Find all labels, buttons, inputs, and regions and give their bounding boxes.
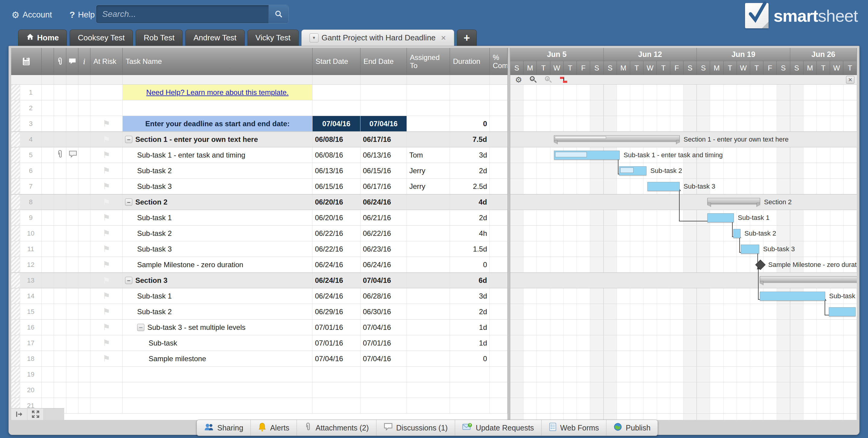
discussion-cell[interactable] — [66, 163, 79, 178]
start-date-cell[interactable]: 06/13/16 — [313, 163, 361, 178]
task-name-cell[interactable]: Sample milestone — [123, 351, 313, 366]
critical-path-icon[interactable] — [560, 76, 568, 83]
row-drag-handle[interactable] — [11, 100, 20, 116]
task-name-cell[interactable]: Sub-task — [123, 335, 313, 351]
flag-icon[interactable]: ⚑ — [102, 150, 110, 160]
info-cell[interactable] — [79, 100, 90, 116]
attachment-cell[interactable] — [54, 304, 66, 319]
row-number-cell[interactable]: 10 — [11, 226, 41, 241]
pct-complete-cell[interactable] — [490, 226, 507, 241]
assigned-to-cell[interactable] — [407, 382, 450, 398]
lock-cell[interactable] — [41, 257, 54, 272]
search-input[interactable] — [96, 5, 269, 23]
start-date-cell[interactable]: 06/22/16 — [313, 241, 361, 257]
lock-cell[interactable] — [41, 116, 54, 131]
discussion-cell[interactable] — [66, 304, 79, 319]
end-date-cell[interactable]: 07/04/16 — [361, 351, 407, 366]
row-number-cell[interactable]: 1 — [11, 85, 41, 100]
duration-cell[interactable]: 3d — [450, 288, 490, 304]
row-drag-handle[interactable] — [11, 382, 20, 398]
duration-cell[interactable] — [450, 367, 490, 382]
start-date-cell[interactable]: 07/04/16 — [313, 116, 361, 131]
assigned-to-cell[interactable] — [407, 398, 450, 413]
at-risk-cell[interactable]: ⚑ — [90, 195, 123, 210]
discussion-cell[interactable] — [66, 147, 79, 163]
lock-cell[interactable] — [41, 288, 54, 304]
lock-cell[interactable] — [41, 147, 54, 163]
duration-cell[interactable]: 2.5d — [450, 179, 490, 194]
info-cell[interactable] — [79, 116, 90, 131]
end-date-cell[interactable] — [361, 398, 407, 413]
close-gantt-button[interactable]: ✕ — [846, 76, 855, 84]
lock-cell[interactable] — [41, 195, 54, 210]
lock-cell[interactable] — [41, 304, 54, 319]
pct-complete-cell[interactable] — [490, 273, 507, 288]
info-cell[interactable] — [79, 241, 90, 257]
end-date-cell[interactable] — [361, 100, 407, 116]
at-risk-cell[interactable] — [90, 367, 123, 382]
pct-complete-column-header[interactable]: % Complete — [490, 48, 507, 75]
attachment-cell[interactable] — [54, 226, 66, 241]
pct-complete-cell[interactable] — [490, 304, 507, 319]
at-risk-cell[interactable]: ⚑ — [90, 226, 123, 241]
flag-icon[interactable]: ⚑ — [102, 213, 110, 223]
gantt-settings-gear-icon[interactable]: ⚙ — [515, 76, 522, 84]
info-cell[interactable] — [79, 288, 90, 304]
assigned-to-cell[interactable] — [407, 273, 450, 288]
row-menu-header[interactable] — [11, 48, 41, 75]
flag-icon[interactable]: ⚑ — [102, 322, 110, 332]
duration-cell[interactable]: 3d — [450, 147, 490, 163]
start-date-cell[interactable] — [313, 382, 361, 398]
at-risk-cell[interactable] — [90, 100, 123, 116]
row-drag-handle[interactable] — [11, 241, 20, 257]
attachment-cell[interactable] — [54, 116, 66, 131]
gantt-task-bar[interactable] — [707, 213, 734, 222]
row-number-cell[interactable]: 4 — [11, 132, 41, 147]
gantt-task-bar[interactable] — [760, 292, 825, 301]
row-drag-handle[interactable] — [11, 226, 20, 241]
row-number-cell[interactable]: 3 — [11, 116, 41, 131]
task-name-cell[interactable]: Sample Milestone - zero duration — [123, 257, 313, 272]
pct-complete-cell[interactable] — [490, 116, 507, 131]
row-drag-handle[interactable] — [11, 288, 20, 304]
at-risk-cell[interactable]: ⚑ — [90, 147, 123, 163]
row-drag-handle[interactable] — [11, 179, 20, 194]
task-name-cell[interactable]: Sub-task 2 — [123, 163, 313, 178]
row-number-cell[interactable]: 5 — [11, 147, 41, 163]
assigned-to-cell[interactable] — [407, 319, 450, 335]
info-cell[interactable] — [79, 351, 90, 366]
pct-complete-cell[interactable] — [490, 382, 507, 398]
start-date-cell[interactable]: 06/22/16 — [313, 226, 361, 241]
lock-cell[interactable] — [41, 100, 54, 116]
gantt-task-bar[interactable] — [829, 307, 856, 316]
row-number-cell[interactable]: 13 — [11, 273, 41, 288]
at-risk-cell[interactable]: ⚑ — [90, 351, 123, 366]
pct-complete-cell[interactable] — [490, 100, 507, 116]
pct-complete-cell[interactable] — [490, 351, 507, 366]
row-number-cell[interactable]: 9 — [11, 210, 41, 225]
start-date-cell[interactable] — [313, 85, 361, 100]
help-template-link[interactable]: Need Help? Learn more about this templat… — [146, 88, 288, 97]
flag-icon[interactable]: ⚑ — [102, 353, 110, 364]
assigned-to-column-header[interactable]: Assigned To — [407, 48, 450, 75]
start-date-cell[interactable]: 07/01/16 — [313, 335, 361, 351]
tab-cooksey-test[interactable]: Cooksey Test — [70, 30, 133, 46]
attachment-column-header[interactable] — [54, 48, 66, 75]
attachment-cell[interactable] — [54, 163, 66, 178]
pct-complete-cell[interactable] — [490, 179, 507, 194]
row-drag-handle[interactable] — [11, 304, 20, 319]
assigned-to-cell[interactable]: Jerry — [407, 179, 450, 194]
pct-complete-cell[interactable] — [490, 319, 507, 335]
assigned-to-cell[interactable] — [407, 100, 450, 116]
task-name-cell[interactable] — [123, 382, 313, 398]
row-number-cell[interactable]: 18 — [11, 351, 41, 366]
paperclip-icon[interactable] — [56, 150, 64, 161]
lock-column-header[interactable] — [41, 48, 54, 75]
end-date-cell[interactable] — [361, 382, 407, 398]
at-risk-cell[interactable]: ⚑ — [90, 273, 123, 288]
zoom-in-icon[interactable]: + — [545, 76, 552, 83]
end-date-cell[interactable]: 06/30/16 — [361, 304, 407, 319]
zoom-out-icon[interactable]: – — [530, 76, 537, 83]
start-date-cell[interactable]: 06/24/16 — [313, 288, 361, 304]
duration-column-header[interactable]: Duration — [450, 48, 490, 75]
